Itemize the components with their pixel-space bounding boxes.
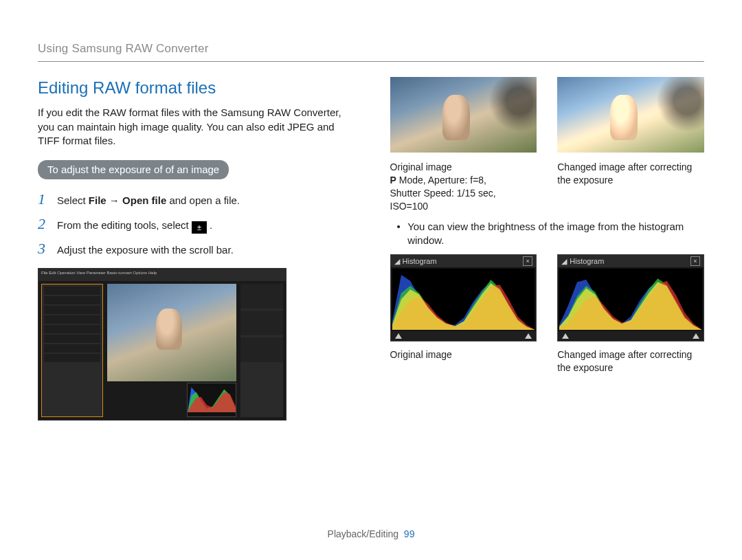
- step-text: Adjust the exposure with the scroll bar.: [57, 243, 234, 257]
- histogram-icon: ◢: [394, 256, 400, 267]
- sample-image-row: [390, 77, 705, 153]
- histogram-changed-caption: Changed image after correcting the expos…: [557, 348, 704, 374]
- shadow-clip-icon: [562, 333, 569, 339]
- highlight-clip-icon: [525, 333, 532, 339]
- original-image: [390, 77, 537, 153]
- intro-text: If you edit the RAW format files with th…: [38, 106, 352, 148]
- photo-preview: [107, 284, 236, 381]
- step-text: From the editing tools, select ± .: [57, 219, 212, 234]
- page-title: Editing RAW format files: [38, 77, 352, 99]
- right-column: Original image P Mode, Aperture: f=8, Sh…: [390, 77, 705, 421]
- subheading-pill: To adjust the exposure of of an image: [38, 160, 229, 179]
- shadow-clip-icon: [395, 333, 402, 339]
- preview-area: [107, 284, 236, 417]
- step-text: Select File → Open file and open a file.: [57, 194, 240, 208]
- step-number: 2: [38, 214, 50, 234]
- histogram-changed: ◢Histogram ×: [557, 254, 704, 341]
- step-2: 2 From the editing tools, select ± .: [38, 214, 352, 234]
- original-caption: Original image P Mode, Aperture: f=8, Sh…: [390, 161, 537, 213]
- histogram-row: ◢Histogram × ◢Histogram ×: [390, 254, 705, 341]
- changed-image: [557, 77, 704, 153]
- highlight-clip-icon: [693, 333, 699, 339]
- histogram-icon: ◢: [561, 256, 567, 267]
- histogram-original: ◢Histogram ×: [390, 254, 537, 341]
- step-number: 3: [38, 238, 50, 259]
- app-screenshot: File Edit Operation View Parameter Basic…: [38, 268, 286, 421]
- step-3: 3 Adjust the exposure with the scroll ba…: [38, 238, 352, 259]
- properties-panel: [240, 284, 283, 417]
- histogram-original-caption: Original image: [390, 348, 537, 374]
- step-number: 1: [38, 189, 50, 210]
- changed-caption: Changed image after correcting the expos…: [557, 161, 704, 213]
- left-column: Editing RAW format files If you edit the…: [38, 77, 352, 421]
- close-icon: ×: [690, 256, 700, 266]
- step-1: 1 Select File → Open file and open a fil…: [38, 189, 352, 210]
- note-bullet: • You can view the brightness of the ima…: [397, 220, 705, 248]
- app-menubar: File Edit Operation View Parameter Basic…: [38, 269, 286, 281]
- breadcrumb: Using Samsung RAW Converter: [38, 41, 704, 62]
- exposure-icon: ±: [192, 221, 207, 234]
- close-icon: ×: [523, 256, 532, 266]
- arrow-icon: →: [106, 194, 122, 206]
- mini-histogram: [187, 383, 236, 417]
- page-footer: Playback/Editing 99: [0, 528, 742, 541]
- steps-list: 1 Select File → Open file and open a fil…: [38, 189, 352, 258]
- tools-panel: [41, 284, 103, 417]
